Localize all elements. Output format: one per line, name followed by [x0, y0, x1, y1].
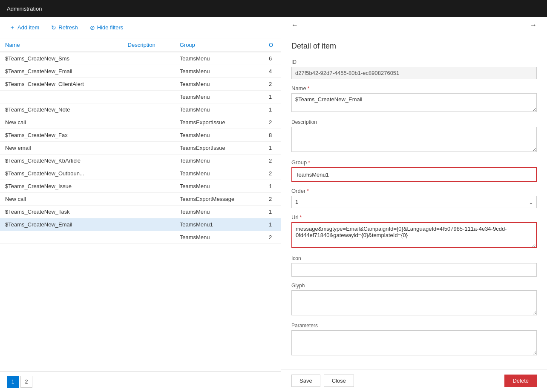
cell-group: TeamsMenu — [175, 231, 264, 244]
name-input[interactable] — [291, 93, 537, 112]
order-select[interactable]: 1 2 3 — [291, 196, 537, 208]
refresh-button[interactable]: ↻ Refresh — [49, 23, 81, 33]
detail-body: Detail of item ID d27f5b42-92d7-4455-80b… — [281, 33, 547, 369]
cell-group: TeamsMenu — [175, 78, 264, 91]
table-row[interactable]: TeamsMenu1 — [0, 91, 281, 103]
icon-field-group: Icon — [291, 255, 537, 277]
cell-order: 1 — [264, 103, 281, 116]
cell-order: 1 — [264, 218, 281, 231]
table-row[interactable]: $Teams_CreateNew_TaskTeamsMenu1 — [0, 206, 281, 218]
prev-button[interactable]: ← — [288, 20, 302, 30]
cell-name: $Teams_CreateNew_KbArticle — [0, 155, 123, 167]
save-button[interactable]: Save — [291, 375, 320, 387]
group-required-star: * — [308, 160, 310, 166]
cell-group: TeamsMenu1 — [175, 218, 264, 231]
app-header: Administration — [0, 0, 547, 17]
cell-order: 4 — [264, 65, 281, 78]
cell-order: 1 — [264, 180, 281, 193]
cell-group: TeamsExportIssue — [175, 142, 264, 155]
table-row[interactable]: TeamsMenu2 — [0, 231, 281, 244]
col-description[interactable]: Description — [123, 38, 175, 52]
app-title: Administration — [7, 6, 42, 12]
cell-order: 2 — [264, 155, 281, 167]
parameters-input[interactable] — [291, 330, 537, 355]
group-input[interactable] — [291, 167, 537, 182]
left-panel: ＋ Add item ↻ Refresh ⊘ Hide filters Name… — [0, 17, 281, 392]
cell-description — [123, 206, 175, 218]
page-1-button[interactable]: 1 — [7, 376, 19, 388]
table-row[interactable]: $Teams_CreateNew_KbArticleTeamsMenu2 — [0, 155, 281, 167]
group-label: Group * — [291, 159, 537, 166]
close-button[interactable]: Close — [324, 375, 354, 387]
cell-group: TeamsMenu — [175, 91, 264, 103]
cell-group: TeamsMenu — [175, 65, 264, 78]
cell-description — [123, 167, 175, 180]
add-item-button[interactable]: ＋ Add item — [7, 22, 42, 33]
table-row[interactable]: $Teams_CreateNew_Outboun...TeamsMenu2 — [0, 167, 281, 180]
group-field-group: Group * — [291, 159, 537, 182]
glyph-field-group: Glyph — [291, 283, 537, 317]
table-container: Name Description Group O $Teams_CreateNe… — [0, 38, 281, 371]
cell-order: 1 — [264, 91, 281, 103]
next-button[interactable]: → — [527, 20, 540, 30]
cell-name: $Teams_CreateNew_Email — [0, 218, 123, 231]
cell-group: TeamsMenu — [175, 103, 264, 116]
table-row[interactable]: $Teams_CreateNew_EmailTeamsMenu4 — [0, 65, 281, 78]
cell-order: 2 — [264, 193, 281, 206]
footer-left-actions: Save Close — [291, 375, 354, 387]
cell-description — [123, 78, 175, 91]
description-label: Description — [291, 119, 537, 125]
detail-title: Detail of item — [291, 42, 537, 51]
table-row[interactable]: $Teams_CreateNew_ClientAlertTeamsMenu2 — [0, 78, 281, 91]
table-row[interactable]: New callTeamsExportIssue2 — [0, 116, 281, 129]
icon-input[interactable] — [291, 263, 537, 277]
table-row[interactable]: $Teams_CreateNew_IssueTeamsMenu1 — [0, 180, 281, 193]
table-row[interactable]: New emailTeamsExportIssue1 — [0, 142, 281, 155]
col-group[interactable]: Group — [175, 38, 264, 52]
plus-icon: ＋ — [9, 24, 15, 31]
url-input[interactable] — [291, 222, 537, 248]
cell-order: 8 — [264, 129, 281, 142]
cell-name: $Teams_CreateNew_Sms — [0, 52, 123, 65]
cell-description — [123, 65, 175, 78]
cell-group: TeamsMenu — [175, 129, 264, 142]
cell-name — [0, 231, 123, 244]
cell-description — [123, 52, 175, 65]
id-label: ID — [291, 59, 537, 65]
cell-name: New call — [0, 193, 123, 206]
cell-description — [123, 218, 175, 231]
id-value: d27f5b42-92d7-4455-80b1-ec8908276051 — [291, 67, 537, 79]
url-field-group: Url * — [291, 214, 537, 249]
order-label: Order * — [291, 188, 537, 194]
icon-label: Icon — [291, 255, 537, 261]
table-header-row: Name Description Group O — [0, 38, 281, 52]
url-required-star: * — [300, 215, 302, 220]
cell-order: 1 — [264, 142, 281, 155]
cell-group: TeamsMenu — [175, 167, 264, 180]
cell-order: 6 — [264, 52, 281, 65]
cell-name: $Teams_CreateNew_Outboun... — [0, 167, 123, 180]
table-row[interactable]: $Teams_CreateNew_NoteTeamsMenu1 — [0, 103, 281, 116]
hide-filters-button[interactable]: ⊘ Hide filters — [87, 23, 126, 33]
cell-description — [123, 231, 175, 244]
name-label: Name * — [291, 85, 537, 92]
cell-order: 2 — [264, 116, 281, 129]
table-row[interactable]: $Teams_CreateNew_SmsTeamsMenu6 — [0, 52, 281, 65]
table-row[interactable]: New callTeamsExportMessage2 — [0, 193, 281, 206]
cell-group: TeamsMenu — [175, 52, 264, 65]
order-select-wrapper: 1 2 3 — [291, 196, 537, 208]
cell-description — [123, 129, 175, 142]
items-table: Name Description Group O $Teams_CreateNe… — [0, 38, 281, 244]
col-name[interactable]: Name — [0, 38, 123, 52]
glyph-input[interactable] — [291, 290, 537, 315]
cell-group: TeamsMenu — [175, 180, 264, 193]
description-input[interactable] — [291, 127, 537, 152]
page-2-button[interactable]: 2 — [20, 376, 32, 388]
cell-name: $Teams_CreateNew_Note — [0, 103, 123, 116]
cell-description — [123, 180, 175, 193]
col-order[interactable]: O — [264, 38, 281, 52]
parameters-label: Parameters — [291, 323, 537, 329]
delete-button[interactable]: Delete — [504, 375, 537, 387]
table-row[interactable]: $Teams_CreateNew_EmailTeamsMenu11 — [0, 218, 281, 231]
table-row[interactable]: $Teams_CreateNew_FaxTeamsMenu8 — [0, 129, 281, 142]
